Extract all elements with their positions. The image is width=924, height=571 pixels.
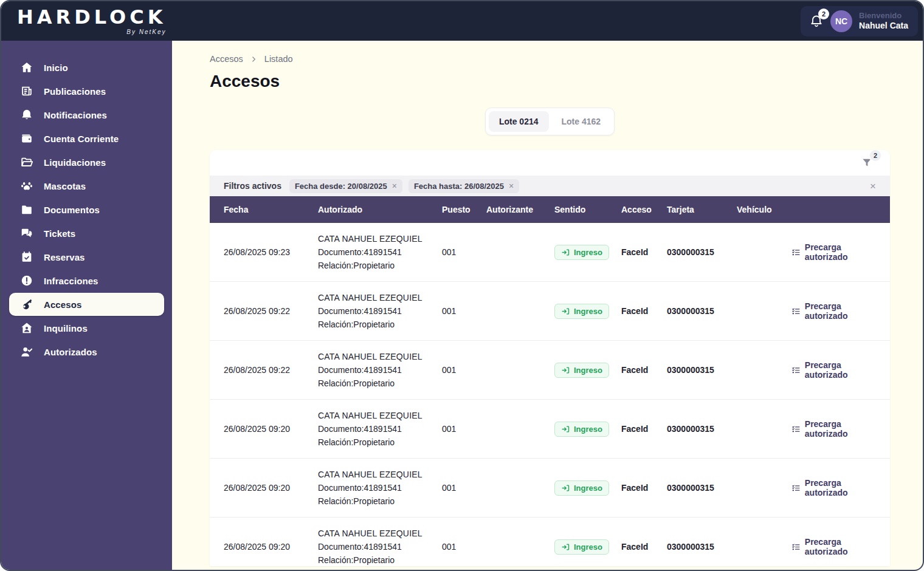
- top-bar: HARDLOCK By NetKey 2 NC Bienvenido Nahue…: [1, 1, 923, 41]
- cell-tarjeta: 0300000315: [667, 424, 737, 434]
- cell-tarjeta: 0300000315: [667, 542, 737, 552]
- autorizado-documento: Documento:41891541: [318, 422, 442, 436]
- cell-action: Precarga autorizado: [791, 242, 876, 262]
- page-title: Accesos: [210, 72, 890, 91]
- main-content: Accesos Listado Accesos Lote 0214 Lote 4…: [172, 41, 923, 571]
- table-row: 26/08/2025 09:20 CATA NAHUEL EZEQUIEL Do…: [210, 400, 890, 459]
- table-column-header: Tarjeta: [667, 205, 737, 214]
- wallet-icon: [20, 132, 33, 145]
- sidebar-item[interactable]: Liquidaciones: [9, 151, 164, 174]
- sidebar-item-label: Tickets: [44, 228, 75, 239]
- precarga-autorizado-link[interactable]: Precarga autorizado: [791, 242, 876, 262]
- active-filters-bar: Filtros activos Fecha desde: 20/08/2025 …: [210, 176, 890, 196]
- sidebar-item[interactable]: Autorizados: [9, 340, 164, 363]
- precarga-autorizado-link[interactable]: Precarga autorizado: [791, 360, 876, 380]
- autorizado-nombre: CATA NAHUEL EZEQUIEL: [318, 527, 442, 540]
- ingreso-label: Ingreso: [574, 542, 602, 552]
- chip-remove-icon[interactable]: ×: [509, 182, 514, 190]
- house-user-icon: [20, 321, 33, 335]
- notifications-bell-icon[interactable]: 2: [809, 14, 824, 29]
- autorizado-documento: Documento:41891541: [318, 363, 442, 377]
- breadcrumb-accesos[interactable]: Accesos: [210, 54, 243, 64]
- sidebar-item-label: Inquilinos: [44, 323, 88, 333]
- precarga-autorizado-link[interactable]: Precarga autorizado: [791, 419, 876, 439]
- ingreso-badge: Ingreso: [554, 245, 609, 260]
- avatar[interactable]: NC: [830, 10, 852, 32]
- checklist-icon: [791, 247, 801, 258]
- clear-filters-icon[interactable]: ×: [870, 181, 876, 191]
- bell-icon: [20, 108, 33, 121]
- cell-autorizado: CATA NAHUEL EZEQUIEL Documento:41891541 …: [318, 527, 442, 566]
- sidebar-item[interactable]: Reservas: [9, 245, 164, 268]
- cell-sentido: Ingreso: [554, 480, 621, 496]
- ingreso-label: Ingreso: [574, 366, 602, 375]
- autorizado-documento: Documento:41891541: [318, 245, 442, 259]
- table-row: 26/08/2025 09:22 CATA NAHUEL EZEQUIEL Do…: [210, 282, 890, 341]
- table-row: 26/08/2025 09:23 CATA NAHUEL EZEQUIEL Do…: [210, 223, 890, 282]
- folder-open-icon: [20, 156, 33, 169]
- newspaper-icon: [20, 84, 33, 98]
- sidebar-item[interactable]: Mascotas: [9, 174, 164, 197]
- ingreso-badge: Ingreso: [554, 363, 609, 378]
- filter-chips: Fecha desde: 20/08/2025 × Fecha hasta: 2…: [289, 179, 519, 193]
- cell-acceso: FaceId: [621, 483, 667, 493]
- calendar-check-icon: [20, 250, 33, 264]
- login-arrow-icon: [561, 307, 570, 316]
- sidebar: Inicio Publicaciones Notificaciones Cuen…: [1, 41, 172, 571]
- ingreso-badge: Ingreso: [554, 304, 609, 319]
- cell-acceso: FaceId: [621, 424, 667, 434]
- home-icon: [20, 61, 33, 74]
- cell-puesto: 001: [442, 306, 486, 316]
- table-header-row: Fecha Autorizado Puesto Autorizante Sent…: [210, 196, 890, 223]
- ingreso-badge: Ingreso: [554, 539, 609, 555]
- cell-action: Precarga autorizado: [791, 301, 876, 321]
- lote-tab[interactable]: Lote 4162: [551, 111, 612, 132]
- cell-acceso: FaceId: [621, 542, 667, 552]
- sidebar-item-label: Accesos: [44, 299, 81, 310]
- checklist-icon: [791, 424, 801, 434]
- checklist-icon: [791, 365, 801, 375]
- sidebar-item[interactable]: Notificaciones: [9, 103, 164, 126]
- cell-action: Precarga autorizado: [791, 537, 876, 556]
- precarga-autorizado-link[interactable]: Precarga autorizado: [791, 301, 876, 321]
- ingreso-label: Ingreso: [574, 307, 602, 316]
- sidebar-item[interactable]: Publicaciones: [9, 80, 164, 103]
- sidebar-item[interactable]: Documentos: [9, 198, 164, 221]
- breadcrumb-listado[interactable]: Listado: [264, 54, 293, 64]
- sidebar-item[interactable]: Cuenta Corriente: [9, 127, 164, 150]
- sidebar-item[interactable]: Inicio: [9, 56, 164, 79]
- ingreso-badge: Ingreso: [554, 480, 609, 496]
- sidebar-item[interactable]: Infracciones: [9, 269, 164, 292]
- sidebar-item[interactable]: Inquilinos: [9, 316, 164, 340]
- sidebar-item-label: Infracciones: [44, 276, 98, 286]
- cell-fecha: 26/08/2025 09:22: [224, 365, 318, 375]
- precarga-label: Precarga autorizado: [805, 301, 876, 321]
- cell-puesto: 001: [442, 365, 486, 375]
- login-arrow-icon: [561, 542, 570, 552]
- cell-tarjeta: 0300000315: [667, 306, 737, 316]
- filter-chip-label: Fecha desde: 20/08/2025: [295, 182, 387, 191]
- filter-funnel-icon[interactable]: 2: [861, 157, 873, 169]
- autorizado-relacion: Relación:Propietario: [318, 436, 442, 449]
- sidebar-item-label: Autorizados: [44, 347, 97, 357]
- login-arrow-icon: [561, 366, 570, 375]
- sidebar-item[interactable]: Tickets: [9, 222, 164, 245]
- table-body: 26/08/2025 09:23 CATA NAHUEL EZEQUIEL Do…: [210, 223, 890, 566]
- precarga-autorizado-link[interactable]: Precarga autorizado: [791, 478, 876, 497]
- lote-tab[interactable]: Lote 0214: [489, 111, 549, 132]
- sidebar-item[interactable]: Accesos: [9, 293, 164, 316]
- brand-logo: HARDLOCK By NetKey: [17, 7, 166, 35]
- ingreso-label: Ingreso: [574, 248, 602, 257]
- cell-action: Precarga autorizado: [791, 478, 876, 497]
- folder-icon: [20, 203, 33, 216]
- cell-sentido: Ingreso: [554, 245, 621, 260]
- chip-remove-icon[interactable]: ×: [392, 182, 397, 190]
- autorizado-documento: Documento:41891541: [318, 540, 442, 553]
- filter-chip: Fecha hasta: 26/08/2025 ×: [409, 179, 519, 193]
- cell-autorizado: CATA NAHUEL EZEQUIEL Documento:41891541 …: [318, 232, 442, 272]
- precarga-autorizado-link[interactable]: Precarga autorizado: [791, 537, 876, 556]
- cell-action: Precarga autorizado: [791, 419, 876, 439]
- ingreso-label: Ingreso: [574, 484, 602, 493]
- cell-sentido: Ingreso: [554, 363, 621, 378]
- ingreso-badge: Ingreso: [554, 422, 609, 437]
